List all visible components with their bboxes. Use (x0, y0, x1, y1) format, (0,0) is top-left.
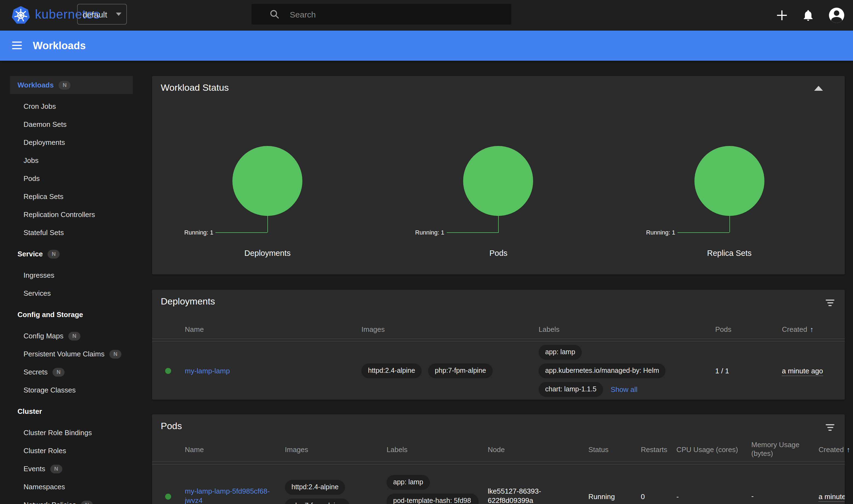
deployment-row[interactable]: my-lamp-lamp httpd:2.4-alpine php:7-fpm-… (152, 342, 845, 400)
sidebar-item-persistent-volume-claims[interactable]: Persistent Volume Claims N (0, 345, 142, 363)
sidebar-item-cluster-role-bindings[interactable]: Cluster Role Bindings (0, 424, 142, 442)
sidebar-section-config-and-storage[interactable]: Config and Storage (0, 306, 142, 324)
workload-status-charts: Running: 1 Deployments Running: 1 Pods R… (152, 76, 845, 274)
label-chip: app.kubernetes.io/managed-by: Helm (538, 363, 666, 378)
status-ok-icon (165, 493, 171, 499)
kubernetes-dashboard: kubernetes default Workloads (0, 0, 853, 504)
column-header-images[interactable]: Images (361, 325, 538, 334)
column-header-pods[interactable]: Pods (715, 325, 782, 334)
column-header-name[interactable]: Name (185, 325, 361, 334)
column-header-name[interactable]: Name (185, 445, 285, 453)
sidebar-item-label: Service (18, 250, 43, 258)
column-header-restarts[interactable]: Restarts (641, 445, 676, 453)
sidebar-item-label: Persistent Volume Claims (23, 350, 104, 358)
label-chip: app: lamp (387, 475, 430, 490)
new-badge: N (50, 464, 62, 473)
column-header-node[interactable]: Node (488, 445, 588, 453)
sidebar-item-label: Ingresses (23, 271, 54, 279)
sidebar-item-service[interactable]: Service N (0, 245, 142, 263)
sidebar-item-namespaces[interactable]: Namespaces (0, 478, 142, 496)
new-badge: N (48, 250, 60, 258)
add-resource-icon[interactable] (776, 9, 788, 21)
sidebar-item-secrets[interactable]: Secrets N (0, 363, 142, 381)
sort-asc-icon[interactable]: ↑ (810, 325, 814, 334)
app-toolbar: Workloads (0, 31, 853, 61)
sidebar-item-label: Cluster (18, 407, 42, 415)
notifications-bell-icon[interactable] (802, 9, 815, 22)
label-chip: pod-template-hash: 5fd985cf68 (387, 493, 478, 504)
new-badge: N (58, 80, 71, 89)
sidebar-item-label: Cron Jobs (23, 102, 56, 110)
sidebar-item-replica-sets[interactable]: Replica Sets (0, 187, 142, 205)
column-header-created[interactable]: Created↑ (782, 325, 842, 334)
status-cell (163, 367, 185, 374)
sidebar-item-storage-classes[interactable]: Storage Classes (0, 381, 142, 399)
sidebar-item-pods[interactable]: Pods (0, 169, 142, 187)
sort-asc-icon[interactable]: ↑ (847, 445, 850, 453)
sidebar-item-jobs[interactable]: Jobs (0, 151, 142, 169)
column-header-created[interactable]: Created↑ (819, 445, 853, 453)
search-icon (269, 9, 280, 20)
sidebar-item-config-maps[interactable]: Config Maps N (0, 327, 142, 345)
images-cell: httpd:2.4-alpine php:7-fpm-alpine (285, 480, 387, 504)
column-header-labels[interactable]: Labels (538, 325, 715, 334)
new-badge: N (109, 349, 121, 358)
pod-link[interactable]: my-lamp-lamp-5fd985cf68-jwvz4 (185, 487, 271, 504)
sidebar-item-label: Deployments (23, 138, 65, 146)
column-header-label: Created (782, 325, 807, 334)
pie-caption: Pods (383, 249, 614, 257)
column-header-labels[interactable]: Labels (387, 445, 488, 453)
memory-usage-cell: - (751, 492, 819, 501)
caret-down-icon (116, 13, 121, 16)
sidebar-item-label: Config and Storage (18, 310, 83, 319)
sidebar-item-network-policies[interactable]: Network Policies N (0, 496, 142, 504)
sidebar-item-stateful-sets[interactable]: Stateful Sets (0, 223, 142, 241)
filter-icon[interactable] (825, 424, 835, 431)
sidebar-item-cron-jobs[interactable]: Cron Jobs (0, 97, 142, 115)
sidebar-section-cluster[interactable]: Cluster (0, 402, 142, 420)
pods-pie-chart: Running: 1 Pods (383, 76, 614, 274)
deployments-table-header: Name Images Labels Pods Created↑ (152, 320, 845, 339)
labels-cell: app: lamp app.kubernetes.io/managed-by: … (538, 345, 715, 397)
cpu-usage-cell: - (676, 492, 751, 501)
sidebar-item-services[interactable]: Services (0, 284, 142, 302)
name-cell: my-lamp-lamp-5fd985cf68-jwvz4 (185, 487, 285, 504)
filter-icon[interactable] (825, 300, 835, 306)
pods-title: Pods (161, 421, 182, 432)
menu-hamburger-icon[interactable] (12, 41, 22, 49)
pie-annotation: Running: 1 (415, 229, 444, 236)
sidebar-item-label: Secrets (23, 368, 48, 376)
column-header-cpu-usage[interactable]: CPU Usage (cores) (676, 445, 751, 453)
status-text-cell: Running (588, 492, 641, 501)
leader-line (498, 216, 499, 232)
image-chip: httpd:2.4-alpine (361, 363, 422, 378)
sidebar-item-cluster-roles[interactable]: Cluster Roles (0, 442, 142, 460)
sidebar-item-events[interactable]: Events N (0, 460, 142, 478)
column-header-status[interactable]: Status (588, 445, 641, 453)
column-header-memory-usage[interactable]: Memory Usage (bytes) (751, 440, 819, 458)
status-ok-icon (165, 367, 171, 374)
new-badge: N (81, 501, 93, 504)
namespace-value: default (83, 10, 107, 19)
pie-caption: Deployments (152, 249, 383, 257)
sidebar-item-workloads[interactable]: Workloads N (10, 76, 133, 94)
pod-row[interactable]: my-lamp-lamp-5fd985cf68-jwvz4 httpd:2.4-… (152, 465, 845, 504)
sidebar-item-ingresses[interactable]: Ingresses (0, 266, 142, 284)
sidebar-item-daemon-sets[interactable]: Daemon Sets (0, 115, 142, 133)
show-all-link[interactable]: Show all (611, 385, 638, 393)
pie-slice-running (694, 146, 764, 216)
column-header-images[interactable]: Images (285, 445, 387, 453)
sidebar-item-label: Workloads (18, 81, 54, 89)
sidebar-item-replication-controllers[interactable]: Replication Controllers (0, 205, 142, 223)
pods-card: Pods Name Images Labels Node Status Rest… (152, 414, 845, 504)
sidebar-item-label: Replica Sets (23, 193, 64, 201)
namespace-selector[interactable]: default (77, 4, 127, 24)
sidebar-item-label: Storage Classes (23, 386, 76, 394)
search-bar[interactable] (251, 4, 511, 24)
search-input[interactable] (289, 9, 477, 19)
replica-sets-pie-chart: Running: 1 Replica Sets (614, 76, 845, 274)
account-icon[interactable] (829, 8, 844, 23)
page-title: Workloads (33, 40, 86, 52)
deployment-link[interactable]: my-lamp-lamp (185, 366, 230, 375)
sidebar-item-deployments[interactable]: Deployments (0, 133, 142, 151)
